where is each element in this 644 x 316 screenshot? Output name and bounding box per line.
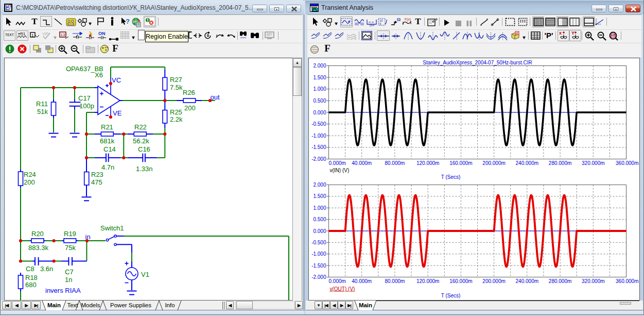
svg-text:240.000m: 240.000m: [516, 160, 538, 166]
svg-text:40.000m: 40.000m: [352, 278, 372, 284]
svg-text:C16: C16: [138, 145, 150, 153]
svg-text:40.000m: 40.000m: [352, 160, 372, 166]
svg-text:Main: Main: [47, 302, 61, 308]
svg-text:T (Secs): T (Secs): [441, 293, 461, 298]
svg-text:320.000m: 320.000m: [582, 160, 604, 166]
svg-text:Y: Y: [571, 30, 575, 36]
svg-text:200.000m: 200.000m: [482, 278, 505, 284]
svg-text:-2.000: -2.000: [311, 156, 326, 162]
svg-text:681k: 681k: [100, 137, 115, 145]
svg-text:280.000m: 280.000m: [549, 278, 571, 284]
svg-text:T (Secs): T (Secs): [441, 174, 461, 180]
svg-text:Stanley_AudioXpress_2004-07_50: Stanley_AudioXpress_2004-07_50Hz-burst.C…: [423, 60, 532, 65]
svg-text:2.000: 2.000: [313, 63, 326, 69]
svg-text:120.000m: 120.000m: [416, 278, 439, 284]
svg-text:160.000m: 160.000m: [449, 278, 472, 284]
svg-text:1.000: 1.000: [313, 86, 326, 92]
svg-text:-2.000: -2.000: [311, 274, 326, 280]
svg-text:Switch1: Switch1: [100, 224, 124, 232]
svg-text:invers RIAA: invers RIAA: [45, 287, 81, 294]
svg-text:883.3k: 883.3k: [28, 244, 49, 252]
svg-text:V1: V1: [141, 271, 149, 278]
svg-text:R19: R19: [64, 230, 76, 238]
svg-text:R18: R18: [25, 274, 38, 281]
svg-text:80.000m: 80.000m: [385, 278, 405, 284]
svg-text:13: 13: [61, 32, 65, 37]
svg-text:56.2k: 56.2k: [133, 137, 149, 145]
svg-text:Text: Text: [67, 302, 78, 308]
svg-text:VC: VC: [112, 76, 121, 84]
svg-text:C8: C8: [26, 265, 34, 273]
svg-text:164: 164: [369, 24, 375, 27]
svg-text:Power Supplies: Power Supplies: [110, 302, 151, 308]
svg-text:360.000m: 360.000m: [616, 160, 638, 166]
svg-text:200: 200: [24, 178, 35, 186]
svg-text:C17: C17: [78, 94, 91, 102]
svg-text:240.000m: 240.000m: [516, 278, 538, 284]
svg-text:R22: R22: [134, 123, 147, 131]
svg-text:0.000: 0.000: [313, 110, 326, 115]
svg-text:475: 475: [91, 178, 102, 186]
svg-text:x: x: [559, 30, 562, 36]
svg-text:200.000m: 200.000m: [482, 160, 505, 166]
svg-text:v(IN) (V): v(IN) (V): [330, 168, 350, 173]
svg-text:0.500: 0.500: [313, 217, 326, 222]
svg-text:80.000m: 80.000m: [385, 160, 405, 166]
svg-text:3.6n: 3.6n: [40, 265, 53, 273]
svg-text:R25: R25: [170, 108, 182, 116]
svg-text:100p: 100p: [79, 102, 94, 110]
svg-text:-1.500: -1.500: [311, 144, 326, 150]
svg-text:R26: R26: [183, 89, 195, 96]
svg-text:5: 5: [379, 22, 381, 25]
svg-text:0.000m: 0.000m: [329, 278, 346, 284]
svg-text:C14: C14: [103, 145, 116, 153]
svg-text:1.0: 1.0: [398, 19, 401, 21]
svg-text:1: 1: [31, 33, 34, 38]
svg-text:R20: R20: [31, 230, 44, 238]
svg-text:-0.500: -0.500: [311, 240, 326, 245]
svg-text:R23: R23: [91, 171, 103, 178]
svg-text:2.000: 2.000: [313, 182, 326, 188]
svg-text:Models: Models: [81, 302, 100, 308]
svg-text:F(x): F(x): [405, 18, 411, 22]
svg-text:R11: R11: [36, 100, 48, 108]
svg-text:1.500: 1.500: [313, 75, 326, 80]
svg-text:?: ?: [126, 18, 130, 25]
svg-text:2.2k: 2.2k: [170, 115, 183, 123]
svg-text:75k: 75k: [65, 244, 76, 252]
svg-text:200: 200: [184, 104, 196, 112]
svg-text:4.7n: 4.7n: [101, 163, 114, 171]
svg-text:160.000m: 160.000m: [449, 160, 472, 166]
svg-text:0.500: 0.500: [313, 98, 326, 104]
svg-text:X6: X6: [95, 71, 103, 79]
svg-text:ON: ON: [98, 31, 106, 36]
svg-text:-1.000: -1.000: [311, 133, 326, 139]
svg-text:0.000m: 0.000m: [329, 160, 346, 166]
svg-text:1.000: 1.000: [313, 205, 326, 211]
svg-text:R21: R21: [101, 123, 113, 131]
svg-text:360.000m: 360.000m: [616, 278, 638, 284]
svg-text:0.000: 0.000: [313, 228, 326, 234]
svg-text:Info: Info: [165, 302, 175, 308]
svg-text:1n: 1n: [65, 276, 72, 284]
svg-text:v(OUT) (V): v(OUT) (V): [330, 286, 355, 292]
svg-text:-1.000: -1.000: [311, 251, 326, 257]
svg-text:C7: C7: [65, 268, 74, 276]
svg-text:-1.500: -1.500: [311, 263, 326, 269]
svg-text:280.000m: 280.000m: [549, 160, 571, 166]
svg-text:320.000m: 320.000m: [582, 278, 604, 284]
svg-text:51k: 51k: [37, 108, 48, 115]
svg-text:VE: VE: [113, 109, 122, 117]
svg-text:1.500: 1.500: [313, 193, 326, 199]
svg-text:in: in: [85, 233, 91, 241]
svg-text:R27: R27: [170, 76, 182, 84]
svg-text:120.000m: 120.000m: [416, 160, 439, 166]
svg-text:680: 680: [25, 281, 37, 289]
svg-text:R1: R1: [20, 31, 26, 36]
svg-text:-0.500: -0.500: [311, 121, 326, 127]
svg-text:R24: R24: [24, 171, 36, 178]
svg-text:7.5k: 7.5k: [170, 84, 183, 91]
svg-text:1.33n: 1.33n: [136, 165, 153, 173]
svg-text:Main: Main: [359, 302, 372, 308]
svg-text:out: out: [211, 93, 220, 101]
